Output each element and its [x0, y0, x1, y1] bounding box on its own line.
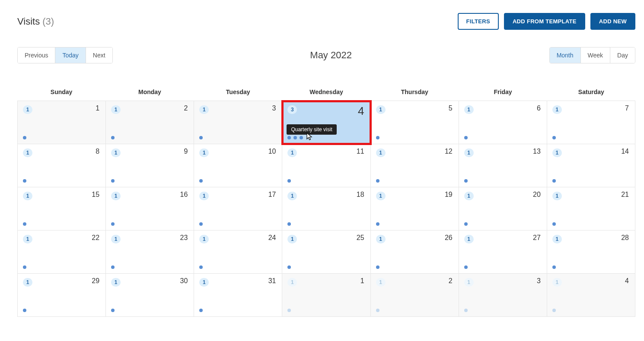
day-cell[interactable]: 201: [459, 187, 547, 230]
event-dot[interactable]: [199, 222, 203, 226]
day-cell[interactable]: 311: [194, 274, 282, 317]
visit-count-badge[interactable]: 1: [376, 235, 386, 243]
visit-count-badge[interactable]: 1: [23, 278, 32, 287]
day-cell[interactable]: 221: [18, 230, 106, 274]
visit-count-badge[interactable]: 1: [287, 148, 297, 157]
event-dot[interactable]: [199, 179, 203, 183]
day-cell[interactable]: 181: [282, 187, 370, 230]
day-cell[interactable]: 121: [371, 144, 459, 187]
visit-count-badge[interactable]: 1: [552, 278, 562, 287]
event-dot[interactable]: [464, 222, 468, 226]
visit-count-badge[interactable]: 1: [199, 235, 209, 243]
event-dot[interactable]: [111, 136, 115, 139]
event-dot[interactable]: [111, 265, 115, 269]
day-cell[interactable]: 71: [547, 101, 635, 144]
visit-count-badge[interactable]: 1: [287, 192, 297, 200]
day-cell[interactable]: 271: [459, 230, 547, 274]
day-cell[interactable]: 11: [18, 101, 106, 144]
view-day-button[interactable]: Day: [610, 47, 635, 63]
today-button[interactable]: Today: [55, 47, 86, 63]
event-dot[interactable]: [552, 222, 556, 226]
day-cell[interactable]: 161: [106, 187, 194, 230]
visit-count-badge[interactable]: 1: [199, 278, 209, 287]
day-cell[interactable]: 141: [547, 144, 635, 187]
event-dot[interactable]: [23, 179, 26, 183]
event-dot[interactable]: [376, 136, 379, 139]
visit-count-badge[interactable]: 1: [376, 105, 386, 114]
day-cell[interactable]: 231: [106, 230, 194, 274]
day-cell[interactable]: 151: [18, 187, 106, 230]
day-cell[interactable]: 281: [547, 230, 635, 274]
event-dot[interactable]: [23, 222, 26, 226]
event-dot[interactable]: [552, 179, 556, 183]
visit-count-badge[interactable]: 3: [287, 105, 297, 114]
visit-count-badge[interactable]: 1: [552, 192, 562, 200]
visit-count-badge[interactable]: 1: [23, 192, 32, 200]
visit-count-badge[interactable]: 1: [199, 105, 209, 114]
day-cell[interactable]: 11: [282, 274, 370, 317]
visit-count-badge[interactable]: 1: [464, 235, 474, 243]
visit-count-badge[interactable]: 1: [23, 148, 32, 157]
event-dot[interactable]: [23, 265, 26, 269]
day-cell[interactable]: 301: [106, 274, 194, 317]
event-dot[interactable]: [552, 265, 556, 269]
visit-count-badge[interactable]: 1: [552, 235, 562, 243]
visit-count-badge[interactable]: 1: [199, 148, 209, 157]
day-cell[interactable]: 61: [459, 101, 547, 144]
event-dot[interactable]: [300, 136, 303, 139]
visit-count-badge[interactable]: 1: [111, 192, 121, 200]
visit-count-badge[interactable]: 1: [464, 148, 474, 157]
visit-count-badge[interactable]: 1: [464, 278, 474, 287]
day-cell[interactable]: 291: [18, 274, 106, 317]
visit-count-badge[interactable]: 1: [376, 278, 386, 287]
day-cell[interactable]: 43Quarterly site visit: [282, 101, 370, 144]
day-cell[interactable]: 111: [282, 144, 370, 187]
day-cell[interactable]: 31: [194, 101, 282, 144]
day-cell[interactable]: 101: [194, 144, 282, 187]
previous-button[interactable]: Previous: [18, 47, 55, 63]
day-cell[interactable]: 191: [371, 187, 459, 230]
next-button[interactable]: Next: [86, 47, 112, 63]
visit-count-badge[interactable]: 1: [464, 192, 474, 200]
event-dot[interactable]: [464, 309, 468, 312]
event-dot[interactable]: [464, 179, 468, 183]
visit-count-badge[interactable]: 1: [287, 235, 297, 243]
event-dot[interactable]: [199, 136, 203, 139]
event-dot[interactable]: [287, 309, 291, 312]
visit-count-badge[interactable]: 1: [376, 192, 386, 200]
event-dot[interactable]: [111, 222, 115, 226]
visit-count-badge[interactable]: 1: [464, 105, 474, 114]
event-dot[interactable]: [552, 136, 556, 139]
day-cell[interactable]: 41: [547, 274, 635, 317]
day-cell[interactable]: 251: [282, 230, 370, 274]
visit-count-badge[interactable]: 1: [111, 105, 121, 114]
event-dot[interactable]: [552, 309, 556, 312]
day-cell[interactable]: 81: [18, 144, 106, 187]
day-cell[interactable]: 171: [194, 187, 282, 230]
event-dot[interactable]: [199, 265, 203, 269]
visit-count-badge[interactable]: 1: [199, 192, 209, 200]
day-cell[interactable]: 131: [459, 144, 547, 187]
day-cell[interactable]: 31: [459, 274, 547, 317]
add-from-template-button[interactable]: ADD FROM TEMPLATE: [504, 13, 585, 30]
visit-count-badge[interactable]: 1: [111, 235, 121, 243]
event-dot[interactable]: [287, 136, 291, 139]
day-cell[interactable]: 241: [194, 230, 282, 274]
day-cell[interactable]: 21: [371, 274, 459, 317]
view-week-button[interactable]: Week: [581, 47, 611, 63]
visit-count-badge[interactable]: 1: [552, 105, 562, 114]
event-dot[interactable]: [23, 136, 26, 139]
event-dot[interactable]: [376, 179, 379, 183]
visit-count-badge[interactable]: 1: [111, 278, 121, 287]
view-month-button[interactable]: Month: [550, 47, 581, 63]
day-cell[interactable]: 261: [371, 230, 459, 274]
event-dot[interactable]: [376, 265, 379, 269]
day-cell[interactable]: 211: [547, 187, 635, 230]
event-dot[interactable]: [287, 222, 291, 226]
visit-count-badge[interactable]: 1: [287, 278, 297, 287]
day-cell[interactable]: 51: [371, 101, 459, 144]
event-dot[interactable]: [287, 265, 291, 269]
event-dot[interactable]: [111, 179, 115, 183]
visit-count-badge[interactable]: 1: [376, 148, 386, 157]
event-dot[interactable]: [464, 265, 468, 269]
